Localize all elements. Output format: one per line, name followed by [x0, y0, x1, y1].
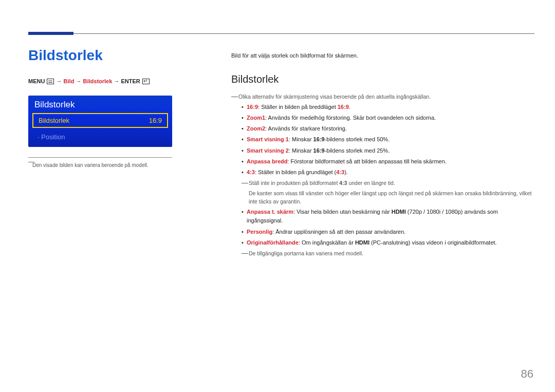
option-item: Anpassa t. skärm: Visar hela bilden utan…	[231, 208, 533, 225]
note-dash-icon: ―	[231, 91, 238, 102]
page-title: Bildstorlek	[28, 47, 188, 64]
intro-text: Bild för att välja storlek och bildforma…	[231, 51, 533, 60]
sub-note-1-a: Ställ inte in produkten på bildformatet	[249, 180, 339, 186]
note-dash-icon: ―	[242, 248, 248, 258]
option-label: 4:3	[247, 169, 255, 175]
menu-label: MENU	[28, 78, 45, 84]
option-list-1: 16:9: Ställer in bilden på breddläget 16…	[231, 103, 533, 176]
arrow: →	[76, 78, 83, 84]
left-footnote-text: Den visade bilden kan variera beroende p…	[28, 161, 172, 168]
option-mid: HDMI	[392, 209, 406, 215]
menu-path: MENU → Bild → Bildstorlek → ENTER	[28, 78, 188, 84]
right-column: Bild för att välja storlek och bildforma…	[231, 51, 533, 259]
option-tail: 4:3	[336, 169, 344, 175]
option-item: Zoom2: Används för starkare förstoring.	[231, 124, 533, 133]
option-tail: 16:9	[338, 104, 349, 110]
path-seg-bild: Bild	[64, 78, 75, 84]
option-item: Zoom1: Används för medelhög förstoring. …	[231, 114, 533, 122]
osd-selected-label: Bildstorlek	[39, 117, 69, 124]
note-dash-icon: ―	[242, 178, 248, 188]
path-seg-bildstorlek: Bildstorlek	[83, 78, 112, 84]
option-item: Anpassa bredd: Förstorar bildformatet så…	[231, 157, 533, 166]
footnote-dash-icon: ―	[28, 158, 34, 165]
option-mid: 16:9	[313, 147, 325, 154]
osd-title: Bildstorlek	[28, 96, 172, 113]
menu-icon	[47, 79, 54, 84]
sub-note-1-c: under en längre tid.	[347, 180, 395, 186]
left-column: Bildstorlek MENU → Bild → Bildstorlek → …	[28, 47, 188, 170]
option-label: Zoom2	[247, 125, 265, 132]
option-item: Smart visning 2: Minskar 16:9-bildens st…	[231, 146, 533, 155]
option-mid: HDMI	[355, 239, 369, 246]
top-note-text: Olika alternativ för skärmjustering visa…	[238, 94, 431, 100]
option-label: Smart visning 1	[247, 136, 289, 142]
option-item: Originalförhållande: Om ingångskällan är…	[231, 238, 533, 247]
option-label: Originalförhållande	[247, 239, 299, 246]
section-heading: Bildstorlek	[231, 71, 533, 87]
option-item: Smart visning 1: Minskar 16:9-bildens st…	[231, 135, 533, 144]
option-label: Personlig	[247, 229, 272, 235]
option-item: 4:3: Ställer in bilden på grundläget (4:…	[231, 168, 533, 177]
option-list-2: Anpassa t. skärm: Visar hela bilden utan…	[231, 208, 533, 247]
arrow: →	[114, 78, 121, 84]
top-note: ― Olika alternativ för skärmjustering vi…	[231, 92, 533, 101]
sub-note-1: ― Ställ inte in produkten på bildformate…	[231, 179, 533, 187]
enter-label: ENTER	[121, 78, 140, 84]
bottom-note-text: De tillgängliga portarna kan variera med…	[249, 250, 363, 256]
sub-note-2-text: De kanter som visas till vänster och hög…	[249, 190, 531, 204]
sub-note-2: De kanter som visas till vänster och hög…	[231, 189, 533, 206]
osd-disabled-label: Position	[41, 133, 65, 141]
page-number: 86	[521, 367, 533, 381]
option-item: Personlig: Ändrar upplösningen så att de…	[231, 228, 533, 236]
enter-icon	[142, 79, 150, 84]
osd-preview: Bildstorlek Bildstorlek 16:9 · Position	[28, 96, 172, 147]
bottom-note: ― De tillgängliga portarna kan variera m…	[231, 249, 533, 257]
option-item: 16:9: Ställer in bilden på breddläget 16…	[231, 103, 533, 111]
option-label: Anpassa t. skärm	[247, 209, 293, 215]
header-accent	[28, 32, 73, 35]
arrow: →	[57, 78, 64, 84]
option-label: 16:9	[247, 104, 258, 110]
option-label: Anpassa bredd	[247, 158, 287, 164]
header-divider	[28, 33, 534, 34]
left-footnote: ― Den visade bilden kan variera beroende…	[28, 157, 172, 168]
sub-note-1-b: 4:3	[339, 180, 347, 186]
osd-selected-value: 16:9	[149, 117, 162, 124]
osd-disabled-row: · Position	[32, 128, 168, 147]
option-mid: 16:9	[313, 136, 325, 142]
osd-selected-row[interactable]: Bildstorlek 16:9	[32, 113, 168, 128]
option-label: Zoom1	[247, 115, 265, 121]
option-label: Smart visning 2	[247, 147, 289, 154]
